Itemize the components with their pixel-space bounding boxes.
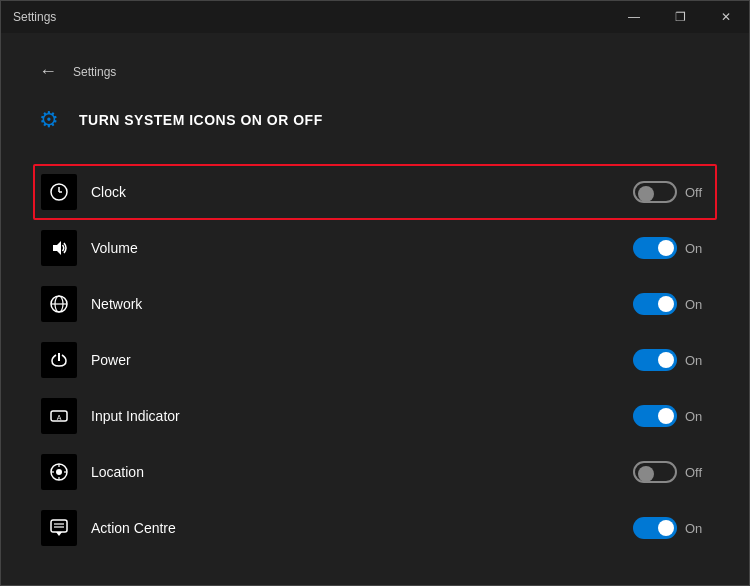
power-toggle-label: On — [685, 353, 709, 368]
clock-toggle[interactable] — [633, 181, 677, 203]
svg-marker-17 — [56, 532, 62, 536]
volume-toggle[interactable] — [633, 237, 677, 259]
page-header: ⚙ TURN SYSTEM ICONS ON OR OFF — [33, 104, 717, 136]
network-icon — [41, 286, 77, 322]
svg-marker-3 — [53, 241, 61, 255]
network-toggle-area: On — [629, 293, 709, 315]
back-button[interactable]: ← — [33, 57, 63, 86]
setting-row-network: Network On — [33, 276, 717, 332]
window-title: Settings — [13, 10, 56, 24]
input-indicator-toggle[interactable] — [633, 405, 677, 427]
input-indicator-toggle-area: On — [629, 405, 709, 427]
network-label: Network — [91, 296, 629, 312]
action-centre-toggle-label: On — [685, 521, 709, 536]
location-toggle-label: Off — [685, 465, 709, 480]
network-toggle-label: On — [685, 297, 709, 312]
volume-toggle-label: On — [685, 241, 709, 256]
power-label: Power — [91, 352, 629, 368]
volume-label: Volume — [91, 240, 629, 256]
settings-window: Settings — ❐ ✕ ← Settings ⚙ TURN SYSTEM … — [0, 0, 750, 586]
location-toggle-area: Off — [629, 461, 709, 483]
action-centre-label: Action Centre — [91, 520, 629, 536]
location-toggle[interactable] — [633, 461, 677, 483]
window-title-label: Settings — [73, 65, 116, 79]
title-bar-left: Settings — [13, 10, 56, 24]
setting-row-action-centre: Action Centre On — [33, 500, 717, 556]
minimize-button[interactable]: — — [611, 1, 657, 33]
power-toggle[interactable] — [633, 349, 677, 371]
content-area: ← Settings ⚙ TURN SYSTEM ICONS ON OR OFF… — [1, 33, 749, 585]
svg-point-11 — [56, 469, 62, 475]
setting-row-input-indicator: A Input Indicator On — [33, 388, 717, 444]
title-bar: Settings — ❐ ✕ — [1, 1, 749, 33]
clock-label: Clock — [91, 184, 629, 200]
input-indicator-toggle-label: On — [685, 409, 709, 424]
input-indicator-label: Input Indicator — [91, 408, 629, 424]
svg-rect-16 — [51, 520, 67, 532]
setting-row-location: Location Off — [33, 444, 717, 500]
title-bar-controls: — ❐ ✕ — [611, 1, 749, 33]
page-title: TURN SYSTEM ICONS ON OR OFF — [79, 112, 323, 128]
close-button[interactable]: ✕ — [703, 1, 749, 33]
power-icon — [41, 342, 77, 378]
setting-row-volume: Volume On — [33, 220, 717, 276]
volume-toggle-area: On — [629, 237, 709, 259]
clock-icon — [41, 174, 77, 210]
maximize-button[interactable]: ❐ — [657, 1, 703, 33]
volume-icon — [41, 230, 77, 266]
gear-icon: ⚙ — [33, 104, 65, 136]
settings-list: Clock Off Volume On Network — [33, 164, 717, 556]
action-centre-icon — [41, 510, 77, 546]
location-label: Location — [91, 464, 629, 480]
power-toggle-area: On — [629, 349, 709, 371]
input-indicator-icon: A — [41, 398, 77, 434]
clock-toggle-label: Off — [685, 185, 709, 200]
location-icon — [41, 454, 77, 490]
setting-row-power: Power On — [33, 332, 717, 388]
network-toggle[interactable] — [633, 293, 677, 315]
svg-text:A: A — [57, 414, 62, 421]
clock-toggle-area: Off — [629, 181, 709, 203]
action-centre-toggle-area: On — [629, 517, 709, 539]
setting-row-clock: Clock Off — [33, 164, 717, 220]
action-centre-toggle[interactable] — [633, 517, 677, 539]
